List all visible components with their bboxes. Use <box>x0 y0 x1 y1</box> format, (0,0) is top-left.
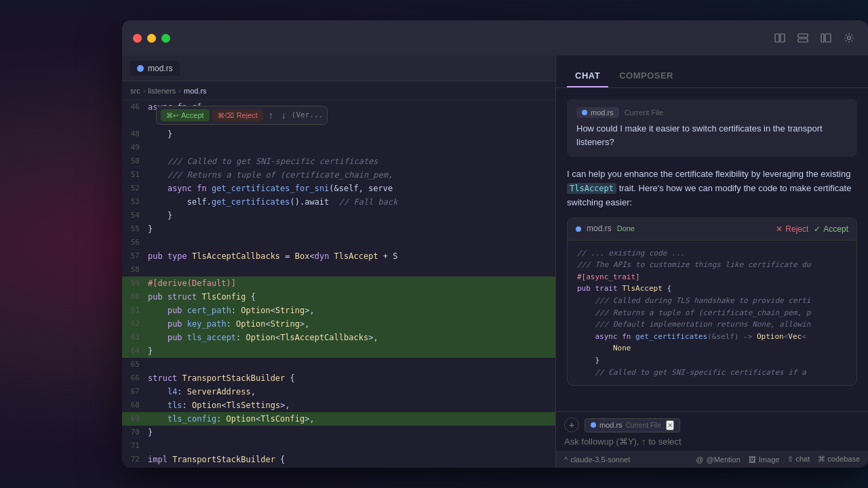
chat-footer: ^ claude-3.5-sonnet @ @Mention 🖼 Image ⇧… <box>556 451 868 468</box>
model-name: claude-3.5-sonnet <box>570 455 630 464</box>
diff-code-line: // Called to get SNI-specific certificat… <box>577 367 847 379</box>
breadcrumb-listeners[interactable]: listeners <box>148 87 176 95</box>
ai-message-intro: I can help you enhance the certificate f… <box>567 167 857 209</box>
code-line: 68 tls: Option<TlsSettings>, <box>122 399 555 412</box>
image-action[interactable]: 🖼 Image <box>749 455 780 464</box>
input-file-icon <box>591 422 596 428</box>
breadcrumb-file[interactable]: mod.rs <box>184 87 207 95</box>
reject-label: Reject <box>237 111 258 119</box>
breadcrumb-src[interactable]: src <box>130 87 140 95</box>
diff-block-header: mod.rs Done ✕ Reject ✓ Accept <box>568 218 856 240</box>
svg-rect-1 <box>781 34 785 42</box>
breadcrumb-sep-1: › <box>143 87 146 95</box>
breadcrumb-sep-2: › <box>178 87 181 95</box>
diff-accept-label: Accept <box>823 224 848 234</box>
code-line-highlight: 63 pub tls_accept: Option<TlsAcceptCallb… <box>122 331 555 344</box>
footer-actions: @ @Mention 🖼 Image ⇧ chat ⌘ codebase <box>696 455 860 464</box>
remove-file-button[interactable]: ✕ <box>666 420 674 430</box>
chat-input-row <box>564 436 860 447</box>
mention-label: @Mention <box>706 455 740 464</box>
ai-text-before: I can help you enhance the certificate f… <box>567 169 850 179</box>
code-line-highlight: 62 pub key_path: Option<String>, <box>122 317 555 331</box>
main-window: mod.rs src › listeners › mod.rs ⌘↩ Accep… <box>122 20 868 468</box>
diff-reject-button[interactable]: ✕ Reject <box>776 224 808 234</box>
diff-code-block: // ... existing code ... /// The APIs to… <box>568 241 856 386</box>
breadcrumb: src › listeners › mod.rs <box>122 81 555 100</box>
ai-highlight-trait: TlsAccept <box>567 183 616 194</box>
codebase-action[interactable]: ⌘ codebase <box>818 455 860 464</box>
input-file-name: mod.rs <box>599 421 623 429</box>
model-selector[interactable]: ^ claude-3.5-sonnet <box>564 455 630 464</box>
check-icon: ✓ <box>814 224 821 234</box>
code-area: ⌘↩ Accept ⌘⌫ Reject ↑ ↓ (Ver... 46 a <box>122 100 555 468</box>
chat-shortcut-label: ⇧ chat <box>787 455 810 464</box>
code-line: 56 <box>122 236 555 249</box>
code-line: 57 pub type TlsAcceptCallbacks = Box<dyn… <box>122 249 555 263</box>
chat-tab[interactable]: CHAT <box>567 65 608 87</box>
accept-kbd: ⌘↩ <box>166 112 178 119</box>
tab-label: mod.rs <box>148 64 173 73</box>
mention-action[interactable]: @ @Mention <box>696 455 740 464</box>
diff-code-line: /// Called during TLS handshake to provi… <box>577 295 847 307</box>
diff-block-title: mod.rs Done <box>576 222 635 235</box>
diff-file-icon <box>576 226 581 232</box>
plus-icon: + <box>569 420 574 430</box>
code-line: 67 l4: ServerAddress, <box>122 385 555 399</box>
svg-rect-3 <box>798 39 808 42</box>
code-line: 58 <box>122 263 555 277</box>
diff-reject-label: Reject <box>785 224 808 234</box>
chat-input-files: + mod.rs Current File ✕ <box>564 418 860 432</box>
chat-tab-label: CHAT <box>575 70 600 81</box>
maximize-button[interactable] <box>161 34 170 43</box>
version-label: (Ver... <box>292 108 323 122</box>
composer-tab[interactable]: COMPOSER <box>611 65 682 87</box>
accept-button[interactable]: ⌘↩ Accept <box>161 109 210 121</box>
code-line: 55 } <box>122 222 555 236</box>
svg-rect-0 <box>775 34 779 42</box>
code-line: 48 } <box>122 127 555 141</box>
split-vertical-icon[interactable] <box>795 30 811 46</box>
reject-button[interactable]: ⌘⌫ Reject <box>212 109 263 121</box>
code-line-highlight: 69 tls_config: Option<TlsConfig>, <box>122 412 555 426</box>
code-line: 72 impl TransportStackBuilder { <box>122 453 555 466</box>
diff-status: Done <box>617 223 635 235</box>
diff-accept-button[interactable]: ✓ Accept <box>814 224 848 234</box>
diff-code-line: #[async_trait] <box>577 271 847 283</box>
reject-kbd: ⌘⌫ <box>218 112 234 119</box>
chat-shortcut[interactable]: ⇧ chat <box>787 455 810 464</box>
file-icon <box>137 65 144 72</box>
chat-input[interactable] <box>564 436 860 447</box>
close-button[interactable] <box>133 34 142 43</box>
message-header: mod.rs Current File <box>576 107 848 118</box>
diff-file-name: mod.rs <box>587 222 612 235</box>
settings-icon[interactable] <box>841 30 857 46</box>
diff-code-line: /// The APIs to customize things like ce… <box>577 259 847 271</box>
accept-label: Accept <box>181 111 204 119</box>
input-file-tag: mod.rs Current File ✕ <box>585 418 680 432</box>
chat-tabs: CHAT COMPOSER <box>556 56 868 88</box>
code-line: 54 } <box>122 209 555 222</box>
diff-code-line: /// Default implementation returns None,… <box>577 319 847 331</box>
diff-block: mod.rs Done ✕ Reject ✓ Accept <box>567 218 857 386</box>
code-line: 66 struct TransportStackBuilder { <box>122 371 555 385</box>
add-file-button[interactable]: + <box>564 418 579 432</box>
next-diff-button[interactable]: ↓ <box>279 108 289 122</box>
file-badge-name: mod.rs <box>591 108 614 117</box>
diff-code-line: None <box>577 342 847 354</box>
code-line: 51 /// Returns a tuple of (certificate_c… <box>122 168 555 182</box>
titlebar <box>122 20 868 56</box>
svg-rect-5 <box>825 34 831 42</box>
file-dot-icon <box>582 110 587 115</box>
code-line: 71 <box>122 439 555 453</box>
split-horizontal-icon[interactable] <box>772 30 788 46</box>
editor-tab-modrs[interactable]: mod.rs <box>130 61 180 76</box>
diff-code-line: // ... existing code ... <box>577 247 847 260</box>
prev-diff-button[interactable]: ↑ <box>266 108 276 122</box>
at-icon: @ <box>696 455 703 464</box>
minimize-button[interactable] <box>147 34 156 43</box>
ai-message: I can help you enhance the certificate f… <box>567 167 857 386</box>
diff-toolbar: ⌘↩ Accept ⌘⌫ Reject ↑ ↓ (Ver... <box>156 106 328 125</box>
code-line-highlight: 59 #[derive(Default)] <box>122 277 555 290</box>
file-badge: mod.rs <box>576 107 619 118</box>
sidebar-toggle-icon[interactable] <box>818 30 834 46</box>
